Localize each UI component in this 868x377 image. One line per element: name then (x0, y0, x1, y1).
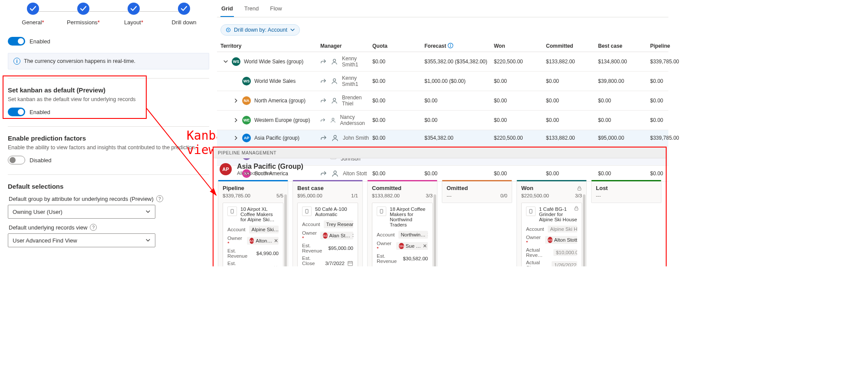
grid-row[interactable]: NA North America (group) Brenden Thiel $… (217, 91, 668, 111)
owner-chip: ASAlton Stott (545, 236, 577, 244)
revenue-value: $30,582.00 (403, 256, 428, 261)
date-label: Actual Close… (526, 260, 548, 266)
col-header[interactable]: Manager (320, 43, 372, 49)
kanban-lane: Won $220,500.00 3/3 1 Café BG-1 Grinder … (516, 180, 587, 266)
kanban-card[interactable]: 10 Airpot XL Coffee Makers for Alpine Sk… (223, 203, 283, 266)
person-icon[interactable] (331, 78, 338, 85)
date-label: Est. Close Da… (302, 256, 322, 266)
recordsview-select[interactable]: User Advanced Find View (8, 233, 155, 247)
kanban-card[interactable]: 18 Airpot Coffee Makers for Northwind Tr… (372, 203, 433, 266)
grid-row[interactable]: AP Asia Pacific (group) John Smith $0.00… (217, 130, 668, 146)
lane-name: Committed (372, 185, 401, 191)
territory-badge: WS (242, 77, 251, 85)
info-icon: i (13, 58, 20, 65)
col-header[interactable]: Won (494, 43, 546, 49)
won-cell: $0.00 (494, 98, 546, 104)
grid-row[interactable]: WS World Wide Sales Kenny Smith1 $0.00 $… (217, 72, 668, 91)
kanban-lanes: Pipeline $339,785.00 5/5 10 Airpot XL Co… (214, 180, 666, 266)
step-circle[interactable] (128, 3, 140, 15)
group-badge: AP (220, 163, 232, 175)
owner-chip[interactable]: SNSue …✕ (396, 242, 428, 250)
col-header[interactable]: Pipeline (650, 43, 702, 49)
lane-name: Won (521, 185, 533, 191)
prediction-toggle[interactable]: Disabled (8, 156, 52, 164)
col-header[interactable]: Quota (372, 43, 424, 49)
account-label: Account (302, 222, 320, 227)
step-circle[interactable] (178, 3, 190, 15)
person-icon[interactable] (331, 97, 338, 104)
tab-grid[interactable]: Grid (220, 3, 234, 17)
defaults-title: Default selections (8, 183, 209, 190)
chevron-right-icon[interactable] (233, 98, 239, 103)
lane-amount: $95,000.00 (297, 193, 322, 198)
lane-scrollbar[interactable] (583, 194, 585, 266)
account-chip[interactable]: Alpine Ski…✕ (249, 226, 279, 233)
group-name: Asia Pacific (Group) (237, 163, 303, 170)
owner-chip[interactable]: ASAlan St…✕ (320, 232, 353, 239)
step-circle[interactable] (27, 3, 39, 15)
col-header[interactable]: Territory (220, 43, 320, 49)
tab-trend[interactable]: Trend (243, 3, 260, 17)
chip-remove-icon[interactable]: ✕ (427, 232, 428, 238)
lock-icon (574, 206, 579, 211)
committed-cell: $0.00 (546, 117, 598, 123)
chip-remove-icon[interactable]: ✕ (274, 238, 278, 244)
wizard-steps: General* Permissions* Layout* Drill down (8, 0, 209, 26)
account-chip[interactable]: Northwin…✕ (398, 231, 428, 239)
groupby-select[interactable]: Owning User (User) (8, 205, 155, 219)
committed-cell: $133,882.00 (546, 135, 598, 141)
step-label: General* (8, 19, 58, 26)
owner-chip[interactable]: ASAlton…✕ (247, 237, 279, 245)
share-icon[interactable] (320, 134, 327, 141)
kanban-card[interactable]: 50 Café A-100 Automatic AccountTrey Rese… (297, 203, 358, 266)
forecast-cell: $355,382.00 ($354,382.00) (424, 59, 494, 65)
col-header[interactable]: Best case (598, 43, 650, 49)
account-label: Account (227, 227, 246, 232)
chip-remove-icon[interactable]: ✕ (352, 233, 353, 239)
grid-row[interactable]: WE Western Europe (group) Nancy Andersso… (217, 111, 668, 130)
territory-name: Western Europe (group) (254, 117, 310, 123)
forecast-cell: $354,382.00 (424, 135, 494, 141)
lane-scrollbar[interactable] (434, 194, 436, 266)
territory-name: World Wide Sales (group) (244, 59, 303, 65)
kanban-card[interactable]: 1 Café BG-1 Grinder for Alpine Ski House… (521, 203, 582, 266)
quota-cell: $0.00 (372, 117, 424, 123)
currency-toggle[interactable]: Enabled (8, 37, 50, 46)
person-icon[interactable] (330, 117, 336, 124)
territory-badge: WE (242, 116, 251, 125)
lane-count: 1/1 (351, 193, 358, 198)
tab-flow[interactable]: Flow (269, 3, 283, 17)
owner-label: Owner (227, 236, 243, 246)
drilldown-pill[interactable]: Drill down by: Account (220, 24, 300, 36)
quota-cell: $0.00 (372, 98, 424, 104)
share-icon[interactable] (320, 97, 327, 104)
calendar-icon[interactable] (273, 266, 279, 266)
grid-row[interactable]: WS World Wide Sales (group) Kenny Smith1… (217, 52, 668, 72)
person-icon[interactable] (331, 58, 338, 65)
lane-scrollbar[interactable] (284, 194, 287, 266)
person-icon[interactable] (332, 134, 339, 141)
chip-remove-icon[interactable]: ✕ (423, 243, 427, 249)
col-header[interactable]: Forecast (424, 43, 494, 49)
col-header[interactable]: Committed (546, 43, 598, 49)
calendar-icon[interactable] (347, 260, 353, 266)
won-cell: $0.00 (494, 78, 546, 84)
help-icon[interactable]: ? (156, 195, 163, 202)
territory-name: World Wide Sales (254, 78, 296, 84)
chevron-right-icon[interactable] (233, 118, 239, 123)
revenue-label: Actual Reve… (526, 247, 550, 258)
share-icon[interactable] (320, 117, 326, 124)
chevron-down-icon[interactable] (223, 59, 228, 64)
highlight-box-setting (3, 75, 147, 119)
account-chip[interactable]: Trey Research…✕ (324, 220, 353, 228)
groupby-label: Default group by attribute for underlyin… (9, 195, 209, 202)
info-icon[interactable] (447, 43, 454, 49)
share-icon[interactable] (320, 78, 327, 85)
step-circle[interactable] (77, 3, 89, 15)
share-icon[interactable] (320, 58, 327, 65)
chevron-right-icon[interactable] (233, 135, 239, 141)
territory-badge: NA (242, 96, 251, 105)
account-chip: Alpine Ski Hou… (548, 226, 577, 233)
help-icon[interactable]: ? (90, 224, 97, 231)
pipeline-title: AP Asia Pacific (Group) All opportunitie… (214, 158, 666, 180)
